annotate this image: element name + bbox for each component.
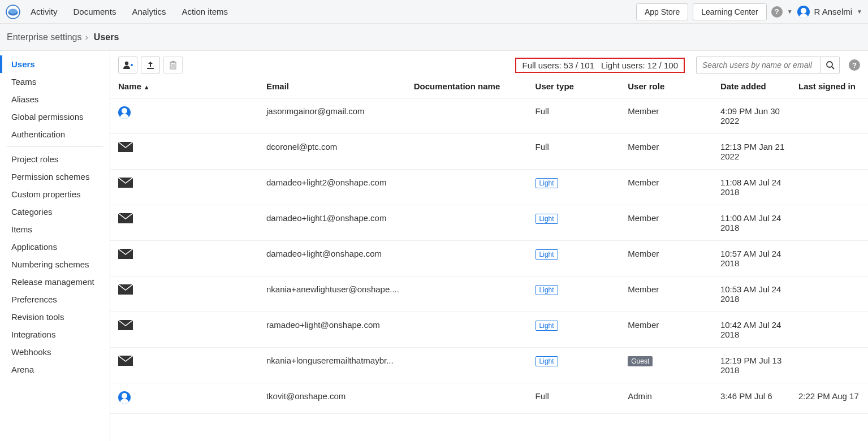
sidebar-item-permission-schemes[interactable]: Permission schemes (0, 168, 110, 185)
col-name[interactable]: Name▲ (110, 77, 261, 98)
sidebar-item-arena[interactable]: Arena (0, 361, 110, 378)
col-doc-name[interactable]: Documentation name (408, 77, 530, 98)
table-row[interactable]: dcoronel@ptc.comFullMember12:13 PM Jan 2… (110, 134, 868, 170)
sidebar-item-aliases[interactable]: Aliases (0, 90, 110, 108)
cell-user-role: Member (622, 98, 715, 134)
cell-doc-name (408, 241, 530, 276)
table-row[interactable]: nkania+longuseremailthatmaybr...LightGue… (110, 348, 868, 383)
table-row[interactable]: jasonmgainor@gmail.comFullMember4:09 PM … (110, 98, 868, 134)
light-badge: Light (536, 285, 558, 295)
svg-point-3 (125, 62, 128, 65)
col-user-type[interactable]: User type (530, 77, 623, 98)
cell-doc-name (408, 98, 530, 134)
cell-date-added: 10:42 AM Jul 24 2018 (715, 312, 793, 348)
cell-user-type: Light (530, 170, 623, 205)
cell-user-type: Light (530, 205, 623, 241)
toolbar: Full users: 53 / 101 Light users: 12 / 1… (110, 51, 868, 77)
breadcrumb-root[interactable]: Enterprise settings (7, 32, 82, 42)
sidebar-item-categories[interactable]: Categories (0, 203, 110, 220)
upload-button[interactable] (141, 57, 160, 74)
cell-user-type: Full (530, 134, 623, 170)
page-help-icon[interactable]: ? (849, 59, 860, 71)
cell-email: damadeo+light2@onshape.com (261, 170, 408, 205)
learning-center-button[interactable]: Learning Center (693, 3, 766, 20)
sidebar-item-custom-properties[interactable]: Custom properties (0, 185, 110, 203)
col-date-added[interactable]: Date added (715, 77, 793, 98)
sidebar-item-integrations[interactable]: Integrations (0, 326, 110, 343)
nav-activity[interactable]: Activity (31, 7, 58, 16)
sidebar-item-project-roles[interactable]: Project roles (0, 150, 110, 168)
light-badge: Light (536, 249, 558, 260)
cell-date-added: 3:46 PM Jul 6 (715, 383, 793, 414)
sidebar-item-webhooks[interactable]: Webhooks (0, 343, 110, 361)
cell-doc-name (408, 383, 530, 414)
search (696, 57, 840, 74)
sidebar-item-preferences[interactable]: Preferences (0, 291, 110, 308)
table-row[interactable]: tkovit@onshape.comFullAdmin3:46 PM Jul 6… (110, 383, 868, 414)
table-row[interactable]: damadeo+light@onshape.comLightMember10:5… (110, 241, 868, 276)
cell-last-signed (793, 98, 868, 134)
cell-date-added: 10:53 AM Jul 24 2018 (715, 276, 793, 312)
cell-date-added: 12:13 PM Jan 21 2022 (715, 134, 793, 170)
sort-asc-icon: ▲ (144, 84, 150, 90)
cell-doc-name (408, 205, 530, 241)
table-row[interactable]: nkania+anewlightuser@onshape....LightMem… (110, 276, 868, 312)
col-user-role[interactable]: User role (622, 77, 715, 98)
cell-doc-name (408, 348, 530, 383)
add-user-button[interactable] (118, 57, 137, 74)
cell-user-role: Member (622, 312, 715, 348)
svg-point-6 (827, 62, 832, 67)
cell-last-signed (793, 348, 868, 383)
cell-user-role: Member (622, 276, 715, 312)
cell-user-type: Light (530, 312, 623, 348)
search-button[interactable] (821, 57, 840, 74)
col-email[interactable]: Email (261, 77, 408, 98)
sidebar-item-release-management[interactable]: Release management (0, 273, 110, 291)
sidebar-item-authentication[interactable]: Authentication (0, 126, 110, 143)
cell-last-signed (793, 205, 868, 241)
col-last-signed[interactable]: Last signed in (793, 77, 868, 98)
svg-point-2 (8, 8, 17, 14)
table-row[interactable]: ramadeo+light@onshape.comLightMember10:4… (110, 312, 868, 348)
sidebar-item-revision-tools[interactable]: Revision tools (0, 308, 110, 326)
sidebar-item-global-permissions[interactable]: Global permissions (0, 108, 110, 126)
mail-icon (118, 249, 133, 259)
sidebar-item-teams[interactable]: Teams (0, 73, 110, 90)
cell-date-added: 4:09 PM Jun 30 2022 (715, 98, 793, 134)
cell-doc-name (408, 312, 530, 348)
search-input[interactable] (696, 57, 821, 74)
cell-email: nkania+longuseremailthatmaybr... (261, 348, 408, 383)
nav-analytics[interactable]: Analytics (132, 7, 166, 16)
light-badge: Light (536, 321, 558, 331)
users-table: Name▲ Email Documentation name User type… (110, 77, 868, 414)
sidebar-item-applications[interactable]: Applications (0, 238, 110, 256)
table-row[interactable]: damadeo+light2@onshape.comLightMember11:… (110, 170, 868, 205)
user-dropdown-caret[interactable]: ▼ (857, 8, 862, 15)
table-row[interactable]: damadeo+light1@onshape.comLightMember11:… (110, 205, 868, 241)
sidebar-item-items[interactable]: Items (0, 220, 110, 238)
sidebar-item-users[interactable]: Users (0, 55, 110, 73)
current-user-name[interactable]: R Anselmi (814, 7, 853, 16)
current-user-avatar[interactable] (797, 6, 810, 18)
full-users-count: Full users: 53 / 101 (522, 60, 594, 70)
sidebar-item-numbering-schemes[interactable]: Numbering schemes (0, 256, 110, 273)
app-logo[interactable] (6, 5, 20, 19)
sidebar: UsersTeamsAliasesGlobal permissionsAuthe… (0, 51, 110, 441)
help-dropdown-caret[interactable]: ▼ (787, 8, 793, 15)
cell-date-added: 11:00 AM Jul 24 2018 (715, 205, 793, 241)
help-icon[interactable]: ? (771, 6, 783, 18)
breadcrumb-current: Users (94, 32, 119, 42)
delete-button[interactable] (163, 57, 183, 74)
mail-icon (118, 178, 133, 188)
cell-user-role: Member (622, 205, 715, 241)
users-table-wrap: Name▲ Email Documentation name User type… (110, 77, 868, 441)
cell-user-role: Member (622, 170, 715, 205)
cell-last-signed: 2:22 PM Aug 17 (793, 383, 868, 414)
cell-email: damadeo+light@onshape.com (261, 241, 408, 276)
mail-icon (118, 320, 133, 330)
nav-action-items[interactable]: Action items (182, 7, 228, 16)
nav-documents[interactable]: Documents (74, 7, 116, 16)
app-store-button[interactable]: App Store (636, 3, 688, 20)
mail-icon (118, 356, 133, 366)
breadcrumb: Enterprise settings › Users (0, 24, 868, 51)
